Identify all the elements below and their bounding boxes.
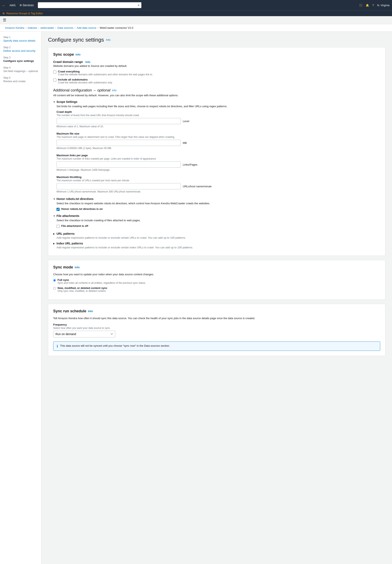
step-1-title[interactable]: Specify data source details <box>3 39 38 42</box>
services-menu-button[interactable]: ⊞ Services <box>18 3 35 8</box>
sync-run-schedule-info[interactable]: Info <box>88 310 93 313</box>
new-modified-row: New, modified, or deleted content sync O… <box>53 286 380 293</box>
page-title-info[interactable]: Info <box>106 38 111 42</box>
index-url-patterns-arrow: ▶ <box>53 242 55 245</box>
crawl-depth-input[interactable]: 2 <box>56 118 181 124</box>
info-box-icon: ℹ <box>57 344 58 348</box>
max-file-size-label: Maximum file size <box>56 132 380 135</box>
sync-scope-card: Sync scope Info Crawl domain range Info … <box>48 47 385 256</box>
max-throttling-hint: Minimum 1 URLs/host name/minute. Maximum… <box>56 190 380 193</box>
search-bar[interactable]: iam ✕ <box>38 2 141 8</box>
crawl-everything-desc: Crawl the website domains with subdomain… <box>58 73 153 76</box>
breadcrumb-indexes[interactable]: Indexes <box>28 26 37 29</box>
sync-run-schedule-card: Sync run schedule Info Tell Amazon Kendr… <box>48 304 385 356</box>
max-file-size-field: Maximum file size The maximum web page o… <box>56 132 380 150</box>
scope-settings-toggle[interactable]: ▼ Scope Settings <box>53 100 380 103</box>
frequency-select[interactable]: Run on demand Hourly Daily Weekly Monthl… <box>53 331 115 337</box>
honor-robots-checkbox[interactable] <box>56 208 60 211</box>
max-file-size-input[interactable]: 50 <box>56 140 181 146</box>
sync-mode-info[interactable]: Info <box>75 266 80 269</box>
max-links-input[interactable]: 100 <box>56 161 181 168</box>
include-subdomains-row: Include all subdomains Crawl the website… <box>53 78 380 84</box>
max-file-size-unit: MB <box>183 141 187 144</box>
url-patterns-toggle[interactable]: ▶ URL patterns <box>53 231 380 236</box>
search-clear-button[interactable]: ✕ <box>136 2 141 8</box>
full-sync-desc: Sync and index all contents in all entit… <box>57 282 146 284</box>
nav-right: ⬛ 🔔 ? N. Virginia <box>359 4 390 7</box>
crawl-everything-label: Crawl everything <box>58 70 153 73</box>
max-file-size-desc: The maximum web page or attachment size … <box>56 136 380 139</box>
scope-settings-desc: Set limits for crawling web pages includ… <box>56 105 380 108</box>
new-modified-radio[interactable] <box>53 287 56 290</box>
full-sync-label: Full sync <box>57 278 146 282</box>
breadcrumb-datasources[interactable]: Data sources <box>57 26 73 29</box>
max-throttling-label: Maximum throttling <box>56 175 380 179</box>
additional-config-info[interactable]: Info <box>112 89 116 92</box>
scope-settings-body: Set limits for crawling web pages includ… <box>53 105 380 193</box>
content-area: Configure sync settings Info Sync scope … <box>42 32 392 564</box>
sync-mode-desc: Choose how you want to update your index… <box>53 273 380 276</box>
crawl-depth-unit: Level <box>183 120 189 123</box>
new-modified-desc: Only sync new, modified, or deleted cont… <box>57 290 107 293</box>
aws-text: AWS <box>10 4 15 7</box>
breadcrumb-sep-1: › <box>26 26 26 29</box>
step-2-title[interactable]: Define access and security <box>3 49 38 52</box>
breadcrumb-webcrawler[interactable]: webcrawler <box>40 26 54 29</box>
url-patterns-title: URL patterns <box>56 232 75 235</box>
sync-mode-card: Sync mode Info Choose how you want to up… <box>48 260 385 300</box>
include-subdomains-checkbox[interactable] <box>53 78 56 82</box>
aws-logo[interactable]: AWS <box>2 3 15 7</box>
breadcrumb-kendra[interactable]: Amazon Kendra <box>5 26 24 29</box>
additional-config-desc: All content will be indexed by default. … <box>53 94 380 97</box>
step-3-title[interactable]: Configure sync settings <box>3 59 38 62</box>
max-throttling-input[interactable]: 300 <box>56 183 181 189</box>
crawl-depth-desc: The number of levels from the seed URL t… <box>56 114 380 117</box>
max-throttling-unit: URLs/host name/minute <box>183 185 211 188</box>
sync-scope-info[interactable]: Info <box>76 53 81 56</box>
url-patterns-desc: Add regular expression patterns to inclu… <box>53 236 380 239</box>
main-layout: Step 1 Specify data source details Step … <box>0 32 392 564</box>
index-url-patterns-toggle[interactable]: ▶ Index URL patterns <box>53 241 380 246</box>
index-url-patterns-desc: Add regular expression patterns to inclu… <box>53 246 380 249</box>
file-attachment-checkbox[interactable] <box>56 225 60 228</box>
honor-robots-body: Select the checkbox to respect website r… <box>53 202 380 211</box>
new-modified-label: New, modified, or deleted content sync <box>57 286 107 290</box>
cloudshell-icon[interactable]: ⬛ <box>359 4 362 7</box>
crawl-domain-info[interactable]: Info <box>85 60 90 64</box>
full-sync-radio[interactable] <box>53 279 56 282</box>
step-3-label: Step 3 <box>3 56 38 59</box>
file-attachment-label: File attachment is off <box>61 224 88 227</box>
max-links-hint: Minimum 1 link/page. Maximum 1000 links/… <box>56 169 380 171</box>
help-icon[interactable]: ? <box>372 4 374 7</box>
region-selector[interactable]: N. Virginia <box>377 4 390 7</box>
step-5-title: Review and create <box>3 80 38 83</box>
honor-robots-checkbox-row: Honor robots.txt directives is on <box>56 207 380 211</box>
crawl-domain-label: Crawl domain range Info <box>53 60 380 64</box>
step-3-item: Step 3 Configure sync settings <box>3 56 38 62</box>
sync-info-box-text: This data source will not be synced unti… <box>60 344 170 347</box>
crawl-depth-field: Crawl depth The number of levels from th… <box>56 110 380 128</box>
file-attachments-arrow: ▼ <box>53 215 55 217</box>
honor-robots-arrow: ▼ <box>53 198 55 200</box>
scope-settings-title: Scope Settings <box>56 100 77 103</box>
page-title: Configure sync settings Info <box>48 37 385 43</box>
top-navigation: AWS ⊞ Services iam ✕ ⬛ 🔔 ? N. Virginia <box>0 0 392 10</box>
honor-robots-toggle[interactable]: ▼ Honor robots.txt directives <box>53 197 380 200</box>
resource-icon: ⊕ <box>2 12 5 15</box>
breadcrumb-add-datasource[interactable]: Add data source <box>77 26 97 29</box>
search-input[interactable]: iam <box>38 2 136 8</box>
bell-icon[interactable]: 🔔 <box>366 4 369 7</box>
file-attachments-toggle[interactable]: ▼ File attachments <box>53 214 380 218</box>
sidebar-toggle-button[interactable]: ☰ <box>0 16 392 24</box>
page-title-text: Configure sync settings <box>48 37 104 43</box>
file-attachment-checkbox-row: File attachment is off <box>56 224 380 228</box>
crawl-everything-row: Crawl everything Crawl the website domai… <box>53 70 380 76</box>
scope-settings-arrow: ▼ <box>53 101 55 103</box>
index-url-patterns-title: Index URL patterns <box>56 242 83 245</box>
steps-sidebar: Step 1 Specify data source details Step … <box>0 32 42 564</box>
include-subdomains-label: Include all subdomains <box>58 78 112 81</box>
honor-robots-title: Honor robots.txt directives <box>56 197 94 200</box>
services-label: Services <box>23 3 34 7</box>
crawl-everything-checkbox[interactable] <box>53 70 56 73</box>
resource-label[interactable]: Resource Groups & Tag Editor <box>6 12 43 15</box>
